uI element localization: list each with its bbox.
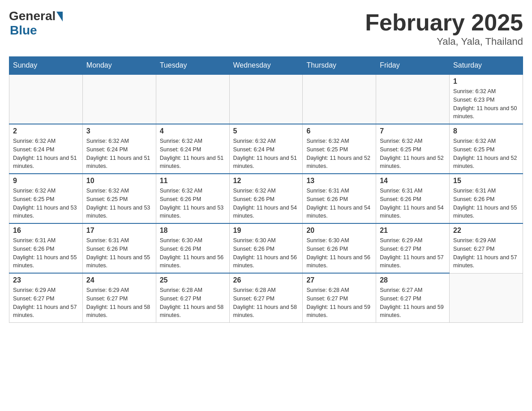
calendar-cell	[229, 74, 303, 124]
day-number: 24	[86, 276, 152, 284]
calendar-cell: 24Sunrise: 6:29 AM Sunset: 6:27 PM Dayli…	[82, 273, 156, 323]
day-number: 17	[86, 227, 152, 235]
calendar-cell	[376, 74, 450, 124]
day-header-friday: Friday	[376, 57, 450, 75]
day-number: 22	[453, 227, 519, 235]
calendar-cell: 18Sunrise: 6:30 AM Sunset: 6:26 PM Dayli…	[156, 223, 229, 273]
calendar-cell	[82, 74, 156, 124]
day-info: Sunrise: 6:32 AM Sunset: 6:25 PM Dayligh…	[306, 137, 372, 171]
day-number: 20	[306, 227, 372, 235]
day-info: Sunrise: 6:32 AM Sunset: 6:26 PM Dayligh…	[160, 187, 226, 220]
day-info: Sunrise: 6:32 AM Sunset: 6:25 PM Dayligh…	[453, 137, 519, 171]
day-number: 27	[306, 276, 372, 284]
calendar-cell: 19Sunrise: 6:30 AM Sunset: 6:26 PM Dayli…	[229, 223, 303, 273]
logo-arrow-icon	[56, 12, 63, 21]
calendar-week-row: 1Sunrise: 6:32 AM Sunset: 6:23 PM Daylig…	[9, 74, 523, 124]
day-info: Sunrise: 6:32 AM Sunset: 6:25 PM Dayligh…	[380, 137, 446, 171]
day-info: Sunrise: 6:28 AM Sunset: 6:27 PM Dayligh…	[233, 286, 299, 320]
day-info: Sunrise: 6:32 AM Sunset: 6:24 PM Dayligh…	[160, 137, 226, 171]
calendar-week-row: 2Sunrise: 6:32 AM Sunset: 6:24 PM Daylig…	[9, 124, 523, 174]
day-number: 7	[380, 127, 446, 135]
calendar-cell	[9, 74, 83, 124]
calendar-cell: 26Sunrise: 6:28 AM Sunset: 6:27 PM Dayli…	[229, 273, 303, 323]
day-header-tuesday: Tuesday	[156, 57, 229, 75]
calendar-cell: 22Sunrise: 6:29 AM Sunset: 6:27 PM Dayli…	[450, 223, 523, 273]
logo: General Blue	[9, 9, 63, 38]
day-number: 5	[233, 127, 299, 135]
day-info: Sunrise: 6:31 AM Sunset: 6:26 PM Dayligh…	[380, 187, 446, 220]
calendar-cell: 7Sunrise: 6:32 AM Sunset: 6:25 PM Daylig…	[376, 124, 450, 174]
calendar-week-row: 16Sunrise: 6:31 AM Sunset: 6:26 PM Dayli…	[9, 223, 523, 273]
day-number: 26	[233, 276, 299, 284]
day-info: Sunrise: 6:28 AM Sunset: 6:27 PM Dayligh…	[306, 286, 372, 320]
day-info: Sunrise: 6:31 AM Sunset: 6:26 PM Dayligh…	[86, 236, 152, 270]
day-info: Sunrise: 6:31 AM Sunset: 6:26 PM Dayligh…	[13, 236, 79, 270]
day-info: Sunrise: 6:29 AM Sunset: 6:27 PM Dayligh…	[380, 236, 446, 270]
day-number: 10	[86, 177, 152, 185]
day-number: 3	[86, 127, 152, 135]
calendar-cell: 25Sunrise: 6:28 AM Sunset: 6:27 PM Dayli…	[156, 273, 229, 323]
day-number: 1	[453, 77, 519, 86]
calendar-cell: 15Sunrise: 6:31 AM Sunset: 6:26 PM Dayli…	[450, 174, 523, 223]
day-info: Sunrise: 6:32 AM Sunset: 6:25 PM Dayligh…	[13, 187, 79, 220]
calendar-week-row: 9Sunrise: 6:32 AM Sunset: 6:25 PM Daylig…	[9, 174, 523, 223]
calendar-cell: 14Sunrise: 6:31 AM Sunset: 6:26 PM Dayli…	[376, 174, 450, 223]
day-header-saturday: Saturday	[450, 57, 523, 75]
day-info: Sunrise: 6:29 AM Sunset: 6:27 PM Dayligh…	[86, 286, 152, 320]
day-number: 4	[160, 127, 226, 135]
calendar-cell: 28Sunrise: 6:27 AM Sunset: 6:27 PM Dayli…	[376, 273, 450, 323]
calendar-cell: 13Sunrise: 6:31 AM Sunset: 6:26 PM Dayli…	[303, 174, 376, 223]
calendar-cell: 9Sunrise: 6:32 AM Sunset: 6:25 PM Daylig…	[9, 174, 83, 223]
day-header-thursday: Thursday	[303, 57, 376, 75]
calendar-cell: 8Sunrise: 6:32 AM Sunset: 6:25 PM Daylig…	[450, 124, 523, 174]
day-info: Sunrise: 6:32 AM Sunset: 6:24 PM Dayligh…	[86, 137, 152, 171]
day-info: Sunrise: 6:29 AM Sunset: 6:27 PM Dayligh…	[13, 286, 79, 320]
day-info: Sunrise: 6:32 AM Sunset: 6:24 PM Dayligh…	[233, 137, 299, 171]
day-header-sunday: Sunday	[9, 57, 83, 75]
day-number: 23	[13, 276, 79, 284]
day-info: Sunrise: 6:31 AM Sunset: 6:26 PM Dayligh…	[306, 187, 372, 220]
calendar-cell: 21Sunrise: 6:29 AM Sunset: 6:27 PM Dayli…	[376, 223, 450, 273]
calendar-cell: 17Sunrise: 6:31 AM Sunset: 6:26 PM Dayli…	[82, 223, 156, 273]
day-info: Sunrise: 6:29 AM Sunset: 6:27 PM Dayligh…	[453, 236, 519, 270]
day-number: 19	[233, 227, 299, 235]
day-number: 28	[380, 276, 446, 284]
day-info: Sunrise: 6:32 AM Sunset: 6:24 PM Dayligh…	[13, 137, 79, 171]
day-number: 14	[380, 177, 446, 185]
day-number: 11	[160, 177, 226, 185]
calendar-cell: 3Sunrise: 6:32 AM Sunset: 6:24 PM Daylig…	[82, 124, 156, 174]
location-text: Yala, Yala, Thailand	[365, 36, 523, 47]
calendar-cell: 12Sunrise: 6:32 AM Sunset: 6:26 PM Dayli…	[229, 174, 303, 223]
day-info: Sunrise: 6:32 AM Sunset: 6:23 PM Dayligh…	[453, 87, 519, 121]
calendar-week-row: 23Sunrise: 6:29 AM Sunset: 6:27 PM Dayli…	[9, 273, 523, 323]
day-number: 9	[13, 177, 79, 185]
calendar-cell	[156, 74, 229, 124]
day-number: 16	[13, 227, 79, 235]
day-info: Sunrise: 6:31 AM Sunset: 6:26 PM Dayligh…	[453, 187, 519, 220]
calendar-cell: 23Sunrise: 6:29 AM Sunset: 6:27 PM Dayli…	[9, 273, 83, 323]
day-info: Sunrise: 6:32 AM Sunset: 6:25 PM Dayligh…	[86, 187, 152, 220]
calendar-cell: 4Sunrise: 6:32 AM Sunset: 6:24 PM Daylig…	[156, 124, 229, 174]
day-number: 15	[453, 177, 519, 185]
logo-general-text: General	[9, 9, 56, 23]
calendar-cell: 1Sunrise: 6:32 AM Sunset: 6:23 PM Daylig…	[450, 74, 523, 124]
calendar-cell: 27Sunrise: 6:28 AM Sunset: 6:27 PM Dayli…	[303, 273, 376, 323]
day-number: 21	[380, 227, 446, 235]
day-number: 8	[453, 127, 519, 135]
day-number: 12	[233, 177, 299, 185]
day-header-wednesday: Wednesday	[229, 57, 303, 75]
day-info: Sunrise: 6:30 AM Sunset: 6:26 PM Dayligh…	[306, 236, 372, 270]
day-info: Sunrise: 6:30 AM Sunset: 6:26 PM Dayligh…	[233, 236, 299, 270]
calendar-cell: 10Sunrise: 6:32 AM Sunset: 6:25 PM Dayli…	[82, 174, 156, 223]
calendar-cell	[303, 74, 376, 124]
day-info: Sunrise: 6:30 AM Sunset: 6:26 PM Dayligh…	[160, 236, 226, 270]
day-info: Sunrise: 6:32 AM Sunset: 6:26 PM Dayligh…	[233, 187, 299, 220]
day-info: Sunrise: 6:28 AM Sunset: 6:27 PM Dayligh…	[160, 286, 226, 320]
title-section: February 2025 Yala, Yala, Thailand	[365, 9, 523, 47]
calendar-cell: 16Sunrise: 6:31 AM Sunset: 6:26 PM Dayli…	[9, 223, 83, 273]
calendar-cell	[450, 273, 523, 323]
month-title: February 2025	[365, 9, 523, 36]
day-info: Sunrise: 6:27 AM Sunset: 6:27 PM Dayligh…	[380, 286, 446, 320]
calendar-cell: 20Sunrise: 6:30 AM Sunset: 6:26 PM Dayli…	[303, 223, 376, 273]
day-header-monday: Monday	[82, 57, 156, 75]
